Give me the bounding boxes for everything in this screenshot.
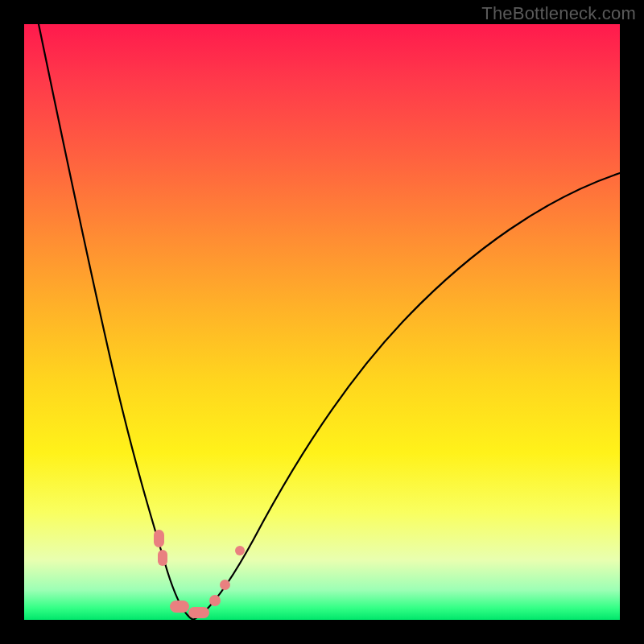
highlight-marker <box>154 530 164 547</box>
highlight-marker <box>220 580 230 590</box>
chart-frame: TheBottleneck.com <box>0 0 644 644</box>
plot-area <box>24 24 620 620</box>
curve-layer <box>24 24 620 620</box>
watermark-text: TheBottleneck.com <box>481 3 636 24</box>
highlight-marker <box>235 546 245 555</box>
highlight-marker <box>209 595 221 606</box>
bottleneck-curve-right <box>193 173 620 620</box>
highlight-marker <box>158 550 167 566</box>
highlight-marker <box>188 607 209 618</box>
bottleneck-curve-left <box>39 24 193 620</box>
highlight-marker <box>170 601 189 613</box>
